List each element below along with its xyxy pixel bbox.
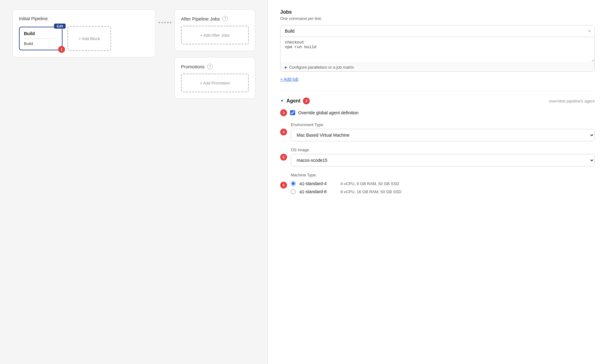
agent-triangle-icon: ▼ xyxy=(280,99,284,103)
build-block-wrapper: Edit Build Build 1 xyxy=(19,27,63,50)
machine-type-row: 6 Machine Type a1-standard-4 4 vCPU, 8 G… xyxy=(280,173,595,197)
dot-2 xyxy=(161,22,163,23)
environment-type-select[interactable]: Mac Based Virtual Machine Linux Based Vi… xyxy=(291,129,595,141)
radio-option-a1-standard-8: a1-standard-8 8 vCPU, 16 GB RAM, 50 GB S… xyxy=(291,189,595,194)
job-input-wrapper: × checkout npm run build ▶ Configure par… xyxy=(280,25,595,72)
configure-triangle-icon: ▶ xyxy=(285,66,287,69)
radio-spec-a1-standard-8: 8 vCPU, 16 GB RAM, 50 GB SSD xyxy=(341,189,401,194)
right-panel: Jobs One command per line. × checkout np… xyxy=(268,0,607,364)
dot-3 xyxy=(164,22,166,23)
radio-label-a1-standard-8[interactable]: a1-standard-8 xyxy=(299,189,337,194)
machine-type-label: Machine Type xyxy=(291,173,595,177)
environment-type-row: 4 Environment Type Mac Based Virtual Mac… xyxy=(280,122,595,141)
add-promotion-button[interactable]: + Add Promotion xyxy=(181,74,249,92)
main-layout: Initial Pipeline Edit Build Build 1 + Ad… xyxy=(0,0,607,364)
agent-section: ▼ Agent 2 overrides pipeline's agent 3 O… xyxy=(280,98,595,197)
promotions-header: Promotions ? xyxy=(181,64,249,69)
os-image-row: 5 OS Image macos-xcode15 macos-xcode14 m… xyxy=(280,148,595,166)
step4-badge: 4 xyxy=(280,129,287,135)
override-checkbox[interactable] xyxy=(290,110,295,115)
pipeline-area: Initial Pipeline Edit Build Build 1 + Ad… xyxy=(12,9,255,99)
after-pipeline-header: After Pipeline Jobs ? xyxy=(181,16,249,21)
os-image-select[interactable]: macos-xcode15 macos-xcode14 macos-ventur… xyxy=(291,154,595,166)
radio-a1-standard-4[interactable] xyxy=(291,181,296,186)
machine-type-field: Machine Type a1-standard-4 4 vCPU, 8 GB … xyxy=(291,173,595,197)
after-pipeline-section: After Pipeline Jobs ? + Add After Jobs xyxy=(174,9,255,51)
machine-type-section: 6 Machine Type a1-standard-4 4 vCPU, 8 G… xyxy=(280,173,595,197)
add-job-link[interactable]: + Add job xyxy=(280,77,299,82)
agent-title: Agent xyxy=(286,98,300,104)
dot-5 xyxy=(170,22,171,23)
connector-dots xyxy=(159,22,171,23)
connector xyxy=(155,22,174,23)
step6-badge: 6 xyxy=(280,182,287,189)
after-pipeline-help-icon[interactable]: ? xyxy=(222,16,228,21)
after-pipeline-title: After Pipeline Jobs xyxy=(181,16,220,21)
promotions-section: Promotions ? + Add Promotion xyxy=(174,57,255,99)
configure-parallelism-label: Configure parallelism or a job matrix xyxy=(289,65,354,70)
radio-label-a1-standard-4[interactable]: a1-standard-4 xyxy=(299,181,337,186)
promotions-help-icon[interactable]: ? xyxy=(207,64,213,69)
agent-step-badge: 2 xyxy=(303,98,310,104)
agent-override-text: overrides pipeline's agent xyxy=(549,99,595,103)
step5-badge: 5 xyxy=(280,154,287,161)
environment-type-label: Environment Type xyxy=(291,122,595,127)
initial-pipeline-section: Initial Pipeline Edit Build Build 1 + Ad… xyxy=(12,9,155,57)
step3-badge: 3 xyxy=(280,109,287,116)
left-panel: Initial Pipeline Edit Build Build 1 + Ad… xyxy=(0,0,267,364)
section-divider xyxy=(280,91,595,91)
jobs-subtitle: One command per line. xyxy=(280,16,595,21)
promotions-title: Promotions xyxy=(181,64,205,69)
add-after-jobs-button[interactable]: + Add After Jobs xyxy=(181,26,249,44)
configure-parallelism-toggle[interactable]: ▶ Configure parallelism or a job matrix xyxy=(280,63,594,71)
blocks-row: Edit Build Build 1 + Add Block xyxy=(19,26,149,51)
radio-a1-standard-8[interactable] xyxy=(291,189,296,194)
environment-type-field: Environment Type Mac Based Virtual Machi… xyxy=(291,122,595,141)
build-block-title: Build xyxy=(24,31,58,39)
add-block-button[interactable]: + Add Block xyxy=(67,26,111,51)
radio-spec-a1-standard-4: 4 vCPU, 8 GB RAM, 50 GB SSD xyxy=(341,181,399,186)
override-row: 3 Override global agent definition xyxy=(280,109,595,116)
os-image-label: OS Image xyxy=(291,148,595,152)
agent-header: ▼ Agent 2 overrides pipeline's agent xyxy=(280,98,595,104)
job-commands-textarea[interactable]: checkout npm run build xyxy=(280,37,594,62)
build-block-job: Build xyxy=(24,41,58,46)
radio-option-a1-standard-4: a1-standard-4 4 vCPU, 8 GB RAM, 50 GB SS… xyxy=(291,181,595,186)
after-sections: After Pipeline Jobs ? + Add After Jobs P… xyxy=(174,9,255,99)
build-step-badge: 1 xyxy=(58,46,65,53)
override-checkbox-label[interactable]: Override global agent definition xyxy=(298,110,359,115)
job-name-input[interactable] xyxy=(280,25,594,37)
job-close-button[interactable]: × xyxy=(588,28,591,34)
dot-1 xyxy=(159,22,160,23)
jobs-section: Jobs One command per line. × checkout np… xyxy=(280,9,595,82)
dot-4 xyxy=(167,22,169,23)
build-block[interactable]: Build Build 1 xyxy=(19,27,63,50)
jobs-title: Jobs xyxy=(280,9,595,15)
os-image-field: OS Image macos-xcode15 macos-xcode14 mac… xyxy=(291,148,595,166)
environment-type-group: 4 Environment Type Mac Based Virtual Mac… xyxy=(280,122,595,141)
edit-badge[interactable]: Edit xyxy=(54,24,66,29)
initial-pipeline-title: Initial Pipeline xyxy=(19,16,149,21)
agent-title-row: ▼ Agent 2 xyxy=(280,98,310,104)
os-image-group: 5 OS Image macos-xcode15 macos-xcode14 m… xyxy=(280,148,595,166)
